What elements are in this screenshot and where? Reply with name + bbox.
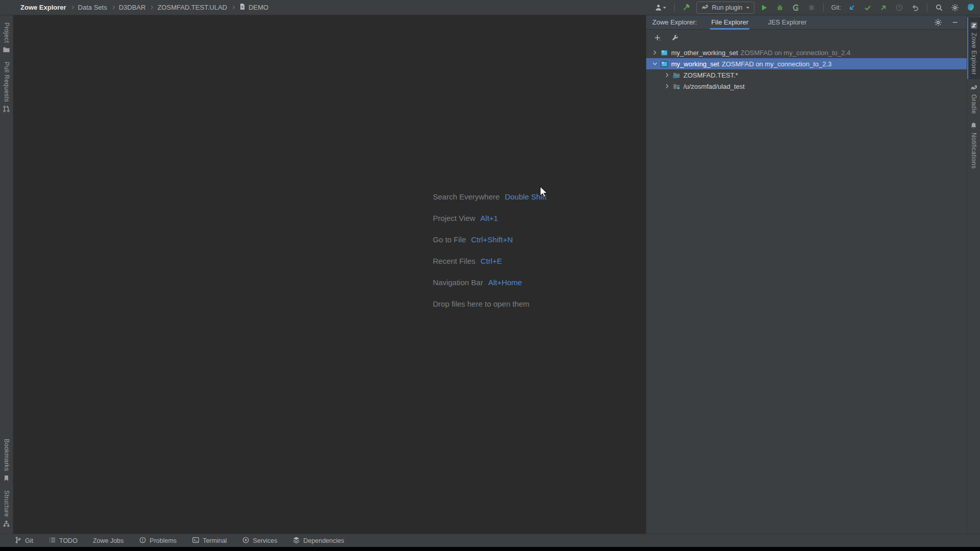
stripe-button-project[interactable]: Project [0, 18, 13, 58]
status-bar-item-label: Dependencies [303, 537, 344, 544]
stripe-button-zowe-explorer[interactable]: Zowe Explorer [967, 17, 980, 79]
stripe-button-structure[interactable]: Structure [0, 486, 13, 532]
status-bar-item-label: TODO [59, 537, 78, 544]
zowe-explorer-tool-window: Zowe Explorer: File ExplorerJES Explorer… [646, 15, 967, 534]
stripe-button-label: Zowe Explorer [970, 33, 977, 75]
tree-row[interactable]: my_working_setZOSMFAD on my_connection_t… [646, 58, 967, 69]
tool-window-header-actions [932, 17, 962, 28]
breadcrumb-item[interactable]: DEMO [239, 3, 268, 12]
editor-area[interactable]: Search EverywhereDouble ShiftProject Vie… [13, 15, 646, 534]
shortcut-action-label: Go to File [433, 235, 466, 244]
tool-window-tabs: File ExplorerJES Explorer [710, 15, 932, 30]
tool-window-options-button[interactable] [932, 17, 944, 28]
breadcrumb-item-label: ZOSMFAD.TEST.ULAD [157, 4, 227, 11]
tool-window-header: Zowe Explorer: File ExplorerJES Explorer [646, 15, 967, 30]
ide-window: Zowe ExplorerData SetsD3DBARZOSMFAD.TEST… [0, 0, 980, 551]
gradle-icon [970, 83, 978, 91]
stripe-button-label: Bookmarks [3, 439, 10, 471]
run-configuration-select[interactable]: Run plugin [696, 2, 754, 14]
terminal-icon [192, 536, 200, 545]
shortcut-row: Recent FilesCtrl+E [433, 255, 547, 266]
stripe-button-notifications[interactable]: Notifications [967, 118, 980, 173]
bug-icon [776, 4, 784, 12]
push-arrow-icon [879, 4, 888, 12]
breadcrumb: Zowe ExplorerData SetsD3DBARZOSMFAD.TEST… [20, 3, 268, 12]
plus-icon [653, 34, 662, 42]
toolbar-divider [674, 3, 675, 12]
shortcut-keys-label: Ctrl+Shift+N [471, 235, 513, 244]
chevron-down-icon[interactable] [650, 59, 659, 68]
file-explorer-tree: my_other_working_setZOSMFAD on my_connec… [646, 46, 967, 534]
shortcut-row: Go to FileCtrl+Shift+N [433, 234, 547, 245]
colored-sphere-icon [967, 3, 975, 12]
shortcut-keys-label: Alt+1 [480, 214, 498, 222]
add-working-set-button[interactable] [651, 32, 664, 43]
git-update-button[interactable] [846, 2, 858, 13]
search-everywhere-button[interactable] [933, 2, 945, 13]
stripe-button-label: Project [3, 22, 10, 43]
problems-icon [139, 536, 146, 545]
breadcrumb-item-label: Data Sets [78, 4, 107, 11]
status-bar-item-label: Problems [150, 537, 177, 544]
status-bar-item-label: Terminal [203, 537, 227, 544]
status-bar-item-dependencies[interactable]: Dependencies [292, 536, 344, 545]
status-bar-item-todo[interactable]: TODO [48, 536, 78, 545]
debug-button[interactable] [774, 2, 786, 13]
stripe-button-pull-requests[interactable]: Pull Requests [0, 58, 13, 117]
status-bar-item-terminal[interactable]: Terminal [192, 536, 227, 545]
git-push-button[interactable] [877, 2, 890, 13]
tree-row[interactable]: DSZOSMFAD.TEST.* [646, 69, 967, 81]
build-project-button[interactable] [680, 2, 693, 13]
chevron-right-icon[interactable] [663, 82, 672, 91]
todo-icon [48, 536, 56, 545]
settings-button[interactable] [949, 2, 961, 13]
user-menu-button[interactable] [652, 2, 669, 13]
tree-node-info: ZOSMFAD on my_connection_to_2.3 [722, 60, 831, 68]
breadcrumb-item-label: Zowe Explorer [20, 4, 66, 11]
hammer-icon [682, 3, 691, 12]
toolbar-divider [927, 3, 927, 12]
breadcrumb-item[interactable]: Zowe Explorer [20, 4, 66, 11]
chevron-right-icon[interactable] [650, 48, 659, 57]
stripe-button-label: Structure [3, 490, 10, 517]
edit-settings-button[interactable] [669, 32, 681, 43]
history-button[interactable] [893, 2, 905, 13]
tree-node-name: ZOSMFAD.TEST.* [683, 71, 738, 79]
breadcrumb-item[interactable]: ZOSMFAD.TEST.ULAD [157, 4, 227, 11]
gear-icon [951, 4, 959, 12]
branch-icon [14, 536, 22, 545]
status-bar-item-git[interactable]: Git [14, 536, 33, 545]
breadcrumb-item-label: DEMO [249, 4, 268, 11]
coverage-icon [792, 4, 800, 12]
empty-editor-shortcuts: Search EverywhereDouble ShiftProject Vie… [433, 191, 547, 319]
tree-row[interactable]: my_other_working_setZOSMFAD on my_connec… [646, 47, 967, 58]
user-icon [654, 4, 663, 12]
status-bar-item-problems[interactable]: Problems [139, 536, 177, 545]
breadcrumb-item[interactable]: D3DBAR [119, 4, 146, 11]
stripe-button-gradle[interactable]: Gradle [967, 79, 980, 118]
bell-icon [970, 122, 977, 130]
breadcrumb-item[interactable]: Data Sets [78, 4, 107, 11]
tree-row[interactable]: /u/zosmfad/ulad_test [646, 81, 967, 92]
commit-check-icon [864, 4, 872, 12]
chevron-right-icon[interactable] [663, 70, 672, 80]
status-bar-item-zowe-jobs[interactable]: Zowe Jobs [93, 537, 124, 544]
status-bar-item-services[interactable]: Services [242, 536, 277, 545]
working-set-icon [659, 60, 669, 68]
run-with-coverage-button[interactable] [790, 2, 802, 13]
stripe-button-bookmarks[interactable]: Bookmarks [0, 435, 13, 486]
tab-file-explorer[interactable]: File Explorer [710, 15, 749, 30]
stop-button[interactable] [805, 2, 818, 13]
shortcut-keys-label: Double Shift [505, 192, 547, 201]
tab-jes-explorer[interactable]: JES Explorer [767, 15, 807, 30]
shortcut-row: Navigation BarAlt+Home [433, 277, 547, 288]
run-button[interactable] [758, 2, 770, 13]
pull-request-icon [3, 105, 10, 113]
hide-tool-window-button[interactable] [949, 17, 962, 28]
working-set-icon [659, 48, 669, 57]
rollback-button[interactable] [909, 2, 921, 13]
play-icon [760, 4, 768, 12]
ds-folder-icon: DS [672, 71, 681, 79]
ide-profile-button[interactable] [965, 2, 977, 13]
git-commit-button[interactable] [862, 2, 874, 13]
